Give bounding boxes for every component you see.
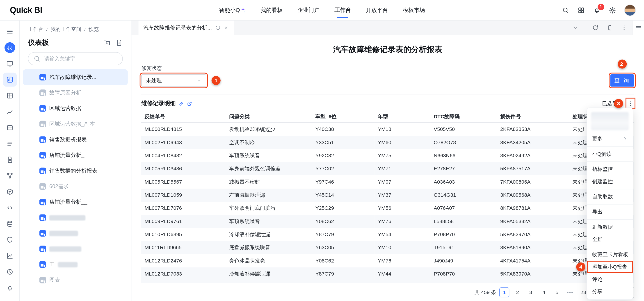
nav-item-smart-q[interactable]: 智能小Q bbox=[219, 0, 246, 20]
nav-item-enterprise-portal[interactable]: 企业门户 bbox=[298, 0, 320, 20]
menu-item-添加至小Q报告[interactable]: 添加至小Q报告4 bbox=[587, 261, 633, 273]
sidebar-item-12[interactable] bbox=[23, 241, 128, 256]
menu-item-label: 刷新数据 bbox=[592, 224, 613, 230]
sidebar-item-13[interactable]: 工 bbox=[23, 256, 128, 272]
sidebar-item-14[interactable]: 图表 bbox=[23, 272, 128, 288]
link-icon[interactable] bbox=[179, 101, 184, 106]
page-button-2[interactable]: 2 bbox=[513, 288, 522, 298]
table-cell: Y08C62 bbox=[312, 215, 374, 228]
bell-rail-icon[interactable] bbox=[3, 281, 17, 295]
sidebar-item-5[interactable]: 销售数据析报表 bbox=[23, 132, 128, 147]
menu-rail-icon[interactable] bbox=[3, 24, 17, 38]
nav-item-template-market[interactable]: 模板市场 bbox=[403, 0, 425, 20]
menu-item-自助取数[interactable]: 自助取数 bbox=[587, 190, 633, 203]
menu-item-收藏至卡片看板[interactable]: 收藏至卡片看板 bbox=[587, 248, 633, 261]
table-cell: T915T91 bbox=[430, 241, 497, 254]
table-cell: ML002RLD9943 bbox=[141, 136, 226, 149]
nav-item-workbench[interactable]: 工作台 bbox=[334, 0, 351, 20]
code-rail-icon[interactable] bbox=[3, 201, 17, 215]
shield-rail-icon[interactable] bbox=[3, 233, 17, 247]
table-cell: Y63C05 bbox=[312, 241, 374, 254]
doc-rail-icon[interactable] bbox=[3, 153, 17, 167]
filter-select[interactable]: 未处理 1 bbox=[141, 74, 206, 87]
sidebar-item-3[interactable]: 区域运营数据 bbox=[23, 101, 128, 116]
table-cell: 空调不制冷 bbox=[226, 136, 312, 149]
menu-item-导出[interactable]: 导出 bbox=[587, 206, 633, 218]
chart-rail-icon[interactable] bbox=[3, 105, 17, 119]
tab-report[interactable]: 汽车故障维修记录表的分析... bbox=[138, 20, 234, 35]
table-cell: YM07 bbox=[374, 175, 430, 188]
sidebar-item-11[interactable] bbox=[23, 226, 128, 241]
chevron-down-icon[interactable] bbox=[572, 24, 578, 31]
toc-menu-icon[interactable] bbox=[632, 20, 644, 35]
menu-item-更多[interactable]: 更多... bbox=[587, 133, 633, 145]
menu-item-刷新数据[interactable]: 刷新数据 bbox=[587, 221, 633, 234]
notification-bell-icon[interactable]: 1 bbox=[593, 6, 600, 14]
new-dashboard-icon[interactable] bbox=[115, 39, 123, 46]
nodes-rail-icon[interactable] bbox=[3, 169, 17, 183]
table-cell: 亮色冰晶状发亮 bbox=[226, 254, 312, 267]
sidebar-item-1[interactable]: 汽车故障维修记录... bbox=[23, 70, 128, 85]
dashboard-chart-icon bbox=[40, 105, 46, 112]
table-cell: ML005RLD5567 bbox=[141, 175, 226, 188]
sidebar-item-6[interactable]: 店铺流量分析_ bbox=[23, 147, 128, 163]
table-cell: 2KFA82853A bbox=[497, 122, 569, 136]
dashboard-chart-icon bbox=[40, 74, 46, 80]
menu-item-创建监控[interactable]: 创建监控 bbox=[587, 175, 633, 188]
new-folder-icon[interactable] bbox=[103, 39, 110, 46]
search-input[interactable] bbox=[44, 56, 118, 62]
refresh-icon[interactable] bbox=[592, 24, 598, 31]
page-button-3[interactable]: 3 bbox=[526, 288, 536, 298]
desktop-rail-icon[interactable] bbox=[3, 57, 17, 71]
apps-grid-icon[interactable] bbox=[578, 6, 585, 14]
annotation-badge-3: 3 bbox=[614, 99, 623, 108]
menu-item-分享[interactable]: 分享 bbox=[587, 286, 633, 298]
card-rail-icon[interactable] bbox=[3, 121, 17, 135]
search-icon[interactable] bbox=[562, 6, 569, 14]
sidebar-item-8[interactable]: 602需求 bbox=[23, 179, 128, 194]
menu-item-全屏[interactable]: 全屏 bbox=[587, 233, 633, 246]
menu-divider bbox=[587, 161, 633, 162]
menu-item-评论[interactable]: 评论 bbox=[587, 273, 633, 286]
sidebar-item-10[interactable] bbox=[23, 210, 128, 225]
menu-item-label: 更多... bbox=[592, 136, 607, 142]
nav-item-my-dashboard[interactable]: 我的看板 bbox=[260, 0, 282, 20]
trend-rail-icon[interactable] bbox=[3, 249, 17, 263]
sidebar-search bbox=[28, 52, 123, 65]
table-cell: A036A03 bbox=[430, 175, 497, 188]
info-icon[interactable] bbox=[215, 25, 220, 30]
jump-icon[interactable] bbox=[187, 101, 192, 106]
db-rail-icon[interactable] bbox=[3, 217, 17, 231]
grid-rail-icon[interactable] bbox=[3, 89, 17, 103]
cube-rail-icon[interactable] bbox=[3, 185, 17, 199]
menu-item-小Q解读[interactable]: 小Q解读 bbox=[587, 148, 633, 160]
close-icon[interactable] bbox=[224, 25, 229, 30]
mobile-preview-icon[interactable] bbox=[606, 24, 613, 31]
profile-rail-icon[interactable]: 我 bbox=[3, 40, 17, 54]
breadcrumb-workbench[interactable]: 工作台 bbox=[28, 26, 43, 33]
page-button-1[interactable]: 1 bbox=[500, 288, 510, 298]
query-button[interactable]: 查 询 2 bbox=[610, 74, 634, 87]
sidebar-item-4[interactable]: 区域运营数据_副本 bbox=[23, 116, 128, 132]
menu-item-label: 收藏至卡片看板 bbox=[592, 251, 628, 258]
user-avatar[interactable] bbox=[624, 4, 636, 16]
clock-rail-icon[interactable] bbox=[3, 265, 17, 279]
table-cell: Y77C02 bbox=[312, 162, 374, 175]
page-button-4[interactable]: 4 bbox=[539, 288, 549, 298]
bars-rail-icon[interactable] bbox=[3, 73, 17, 87]
settings-gear-icon[interactable] bbox=[608, 6, 616, 14]
table-cell: 5KFA83970A bbox=[497, 268, 569, 280]
breadcrumb-workspace[interactable]: 我的工作空间 bbox=[50, 26, 81, 33]
card-more-kebab[interactable]: 3 bbox=[627, 99, 634, 108]
page-button-5[interactable]: 5 bbox=[552, 288, 562, 298]
menu-item-指标监控[interactable]: 指标监控 bbox=[587, 163, 633, 176]
table-cell: P708P70 bbox=[430, 268, 497, 280]
nav-item-open-platform[interactable]: 开放平台 bbox=[366, 0, 388, 20]
breadcrumb-preview[interactable]: 预览 bbox=[88, 26, 99, 33]
sidebar-item-7[interactable]: 销售数据的分析报表 bbox=[23, 163, 128, 179]
annotation-badge-2: 2 bbox=[618, 60, 627, 68]
sidebar-item-9[interactable]: 店铺流量分析__ bbox=[23, 194, 128, 210]
rows-rail-icon[interactable] bbox=[3, 137, 17, 151]
more-kebab-icon[interactable] bbox=[621, 24, 627, 31]
sidebar-item-2[interactable]: 故障原因分析 bbox=[23, 85, 128, 100]
